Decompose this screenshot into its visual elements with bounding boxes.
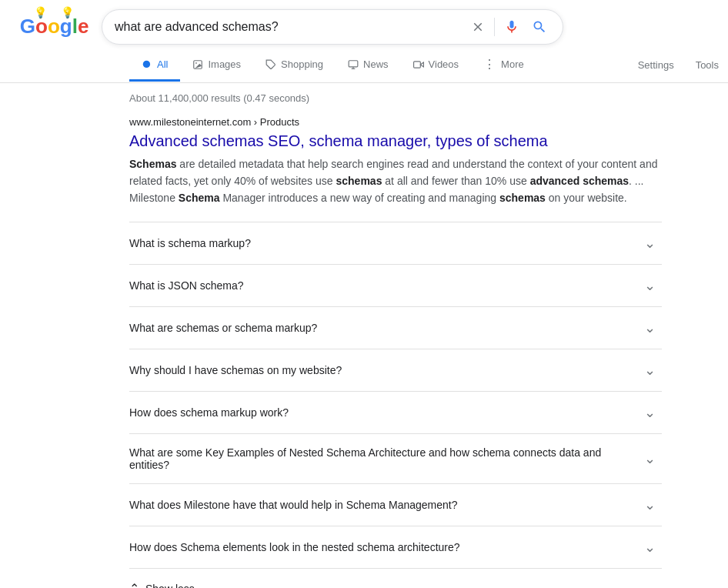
- tab-all-label: All: [157, 58, 168, 70]
- tab-videos-label: Videos: [429, 58, 459, 70]
- result-url: www.milestoneinternet.com › Products: [129, 116, 662, 128]
- faq-list: What is schema markup? ⌄ What is JSON sc…: [129, 222, 662, 588]
- show-less-label: Show less: [145, 583, 195, 588]
- faq-item-header: How does schema markup work? ⌄: [129, 392, 662, 433]
- faq-item[interactable]: How does schema markup work? ⌄: [129, 392, 662, 434]
- nav-right: Settings Tools: [629, 50, 728, 80]
- result-url-text: www.milestoneinternet.com › Products: [129, 116, 299, 128]
- result-snippet: Schemas are detailed metadata that help …: [129, 155, 662, 206]
- chevron-down-icon: ⌄: [644, 277, 656, 294]
- faq-item-header: How does Schema elements look in the nes…: [129, 526, 662, 568]
- tab-all[interactable]: All: [129, 49, 180, 82]
- chevron-down-icon: ⌄: [644, 539, 656, 556]
- svg-marker-8: [420, 62, 423, 67]
- search-input[interactable]: what are advanced schemas?: [115, 20, 462, 34]
- faq-item[interactable]: What are some Key Examples of Nested Sch…: [129, 434, 662, 484]
- header: Google 💡 💡 what are advanced schemas?: [0, 0, 728, 45]
- tab-shopping-label: Shopping: [281, 58, 323, 70]
- svg-rect-5: [349, 60, 358, 66]
- faq-item[interactable]: Why should I have schemas on my website?…: [129, 349, 662, 392]
- faq-question: Why should I have schemas on my website?: [129, 364, 342, 376]
- search-submit-button[interactable]: [529, 16, 550, 38]
- all-tab-icon: [142, 59, 152, 70]
- search-bar-container: what are advanced schemas?: [102, 9, 563, 45]
- search-divider: [494, 18, 495, 36]
- result-title-link[interactable]: Advanced schemas SEO, schema manager, ty…: [129, 131, 662, 151]
- news-tab-icon: [348, 59, 359, 70]
- faq-item-header: Why should I have schemas on my website?…: [129, 349, 662, 391]
- tab-news-label: News: [363, 58, 389, 70]
- faq-item-header: What is JSON schema? ⌄: [129, 265, 662, 306]
- show-less-button[interactable]: ⌃ Show less: [129, 569, 662, 588]
- tab-videos[interactable]: Videos: [401, 49, 472, 82]
- more-tab-dots: ⋮: [483, 57, 496, 72]
- faq-item[interactable]: What does Milestone have that would help…: [129, 484, 662, 526]
- nav-tabs: All Images Shopping News Videos ⋮ More S…: [0, 48, 728, 83]
- result-title-text: Advanced schemas SEO, schema manager, ty…: [129, 132, 548, 149]
- svg-text:Google: Google: [20, 15, 89, 38]
- faq-question: What is schema markup?: [129, 237, 251, 249]
- tab-more[interactable]: ⋮ More: [471, 48, 536, 83]
- clear-icon: [471, 20, 485, 34]
- faq-item[interactable]: What are schemas or schema markup? ⌄: [129, 307, 662, 349]
- tab-shopping[interactable]: Shopping: [253, 49, 336, 82]
- results-count: About 11,400,000 results (0.47 seconds): [129, 92, 662, 104]
- search-icon: [532, 19, 547, 35]
- videos-tab-icon: [413, 59, 424, 70]
- google-logo[interactable]: Google 💡 💡: [18, 15, 89, 38]
- faq-question: What is JSON schema?: [129, 279, 244, 292]
- chevron-down-icon: ⌄: [644, 450, 656, 467]
- shopping-tab-icon: [265, 59, 276, 70]
- svg-point-3: [196, 62, 198, 64]
- faq-question: What are schemas or schema markup?: [129, 322, 317, 334]
- faq-item-header: What is schema markup? ⌄: [129, 222, 662, 264]
- chevron-down-icon: ⌄: [644, 404, 656, 421]
- images-tab-icon: [192, 59, 203, 70]
- clear-search-button[interactable]: [468, 17, 488, 37]
- svg-point-1: [143, 60, 150, 67]
- faq-question: What are some Key Examples of Nested Sch…: [129, 446, 632, 471]
- chevron-down-icon: ⌄: [644, 319, 656, 336]
- faq-item-header: What does Milestone have that would help…: [129, 484, 662, 526]
- chevron-down-icon: ⌄: [644, 362, 656, 379]
- faq-item-header: What are some Key Examples of Nested Sch…: [129, 434, 662, 483]
- tools-link[interactable]: Tools: [686, 50, 728, 80]
- voice-search-button[interactable]: [501, 16, 523, 38]
- faq-question: How does Schema elements look in the nes…: [129, 541, 460, 553]
- tab-more-label: More: [501, 58, 524, 70]
- chevron-up-icon: ⌃: [129, 581, 139, 588]
- tab-news[interactable]: News: [336, 49, 401, 82]
- svg-rect-9: [413, 61, 420, 67]
- faq-item[interactable]: How does Schema elements look in the nes…: [129, 526, 662, 569]
- faq-item-header: What are schemas or schema markup? ⌄: [129, 307, 662, 349]
- tab-images[interactable]: Images: [180, 49, 253, 82]
- faq-item[interactable]: What is schema markup? ⌄: [129, 222, 662, 265]
- tab-images-label: Images: [208, 58, 241, 70]
- faq-item[interactable]: What is JSON schema? ⌄: [129, 265, 662, 307]
- results-area: About 11,400,000 results (0.47 seconds) …: [0, 83, 662, 588]
- search-result-item: www.milestoneinternet.com › Products Adv…: [129, 116, 662, 206]
- settings-link[interactable]: Settings: [629, 50, 683, 80]
- chevron-down-icon: ⌄: [644, 496, 656, 513]
- chevron-down-icon: ⌄: [644, 235, 656, 252]
- faq-question: What does Milestone have that would help…: [129, 499, 457, 511]
- faq-question: How does schema markup work?: [129, 406, 289, 419]
- search-bar: what are advanced schemas?: [102, 9, 563, 45]
- mic-icon: [504, 19, 519, 35]
